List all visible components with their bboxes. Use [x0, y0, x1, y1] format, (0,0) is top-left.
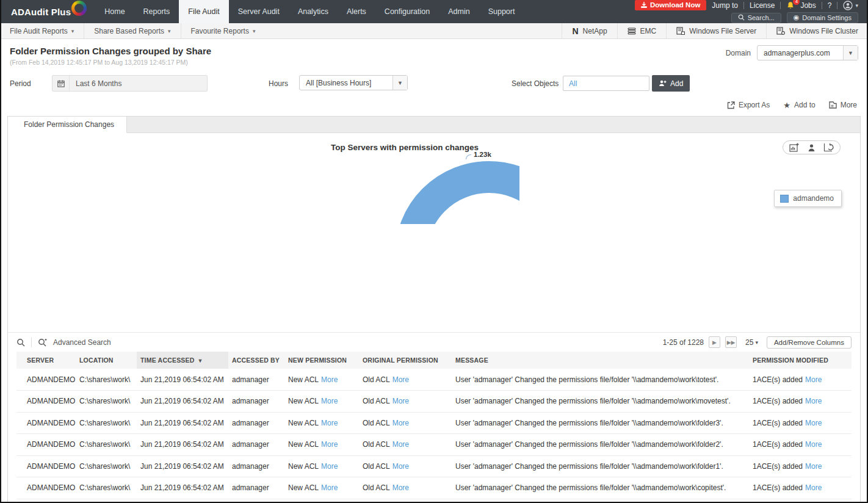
logo-swirl-icon — [71, 1, 87, 16]
new-acl-more-link[interactable]: More — [321, 419, 338, 427]
search-icon[interactable] — [16, 338, 25, 347]
table-toolbar: Advanced Search 1-25 of 1228 ▶ ▶▶ 25 ▾ A… — [8, 333, 860, 352]
top-users-icon[interactable] — [807, 143, 816, 152]
emc-link[interactable]: EMC — [617, 23, 667, 38]
old-acl-more-link[interactable]: More — [392, 440, 409, 449]
chevron-down-icon: ▾ — [168, 28, 171, 34]
nav-alerts[interactable]: Alerts — [338, 0, 375, 23]
nav-reports[interactable]: Reports — [134, 0, 179, 23]
period-input[interactable]: Last 6 Months — [52, 75, 208, 92]
add-remove-columns-button[interactable]: Add/Remove Columns — [767, 336, 852, 349]
user-menu[interactable]: ▾ — [843, 1, 858, 10]
table-row[interactable]: ADMANDEMO C:\shares\work\ Jun 21,2019 06… — [16, 455, 852, 477]
nav-analytics[interactable]: Analytics — [289, 0, 338, 23]
table-row[interactable]: ADMANDEMO C:\shares\work\ Jun 21,2019 06… — [16, 369, 852, 391]
export-as-button[interactable]: Export As — [727, 101, 770, 109]
download-now-button[interactable]: Download Now — [635, 0, 706, 10]
table-search: Advanced Search — [16, 338, 111, 347]
audit-table: SERVER LOCATION TIME ACCESSED▼ ACCESSED … — [16, 352, 852, 499]
col-new-permission[interactable]: NEW PERMISSION — [284, 352, 359, 369]
page-size-select[interactable]: 25 ▾ — [745, 338, 758, 347]
add-user-icon — [659, 80, 667, 87]
tab-folder-permission-changes[interactable]: Folder Permission Changes — [8, 117, 127, 133]
table-row[interactable]: ADMANDEMO C:\shares\work\ Jun 21,2019 06… — [16, 434, 852, 456]
add-to-favourites-button[interactable]: ★ Add to — [783, 101, 815, 110]
nav-admin[interactable]: Admin — [439, 0, 479, 23]
jobs-link[interactable]: Jobs — [800, 1, 816, 10]
add-chart-icon[interactable] — [789, 143, 800, 152]
calendar-icon[interactable] — [52, 76, 70, 91]
semi-donut-chart[interactable]: 1.23k — [395, 161, 519, 234]
donut-slice-admandemo[interactable] — [395, 161, 519, 224]
nav-server-audit[interactable]: Server Audit — [229, 0, 289, 23]
last-page-button[interactable]: ▶▶ — [725, 336, 737, 348]
select-objects-input[interactable]: All — [563, 76, 649, 91]
old-acl-more-link[interactable]: More — [392, 483, 409, 492]
new-acl-more-link[interactable]: More — [321, 375, 338, 384]
next-page-button[interactable]: ▶ — [709, 336, 720, 348]
chevron-down-icon: ▾ — [755, 339, 758, 346]
file-server-icon — [676, 27, 685, 35]
table-row[interactable]: ADMANDEMO C:\shares\work\ Jun 21,2019 06… — [16, 477, 852, 499]
chart-title: Top Servers with permission changes — [8, 143, 801, 152]
old-acl-more-link[interactable]: More — [392, 462, 409, 471]
advanced-search-link[interactable]: Advanced Search — [53, 338, 111, 347]
more-actions-button[interactable]: More — [829, 101, 857, 109]
col-time-accessed[interactable]: TIME ACCESSED▼ — [137, 352, 228, 369]
app-logo[interactable]: ADAudit Plus — [0, 0, 92, 23]
permission-more-link[interactable]: More — [805, 483, 822, 492]
domain-select[interactable]: admanagerplus.com ▼ — [757, 45, 858, 60]
chart-legend[interactable]: admandemo — [774, 190, 842, 207]
help-link[interactable]: ? — [828, 1, 832, 10]
advanced-search-icon[interactable] — [38, 338, 47, 347]
jump-to-link[interactable]: Jump to — [712, 1, 738, 10]
new-acl-more-link[interactable]: More — [321, 483, 338, 492]
share-based-reports-menu[interactable]: Share Based Reports▾ — [84, 23, 181, 38]
global-search-button[interactable]: Search... — [731, 13, 781, 23]
table-row[interactable]: ADMANDEMO C:\shares\work\ Jun 21,2019 06… — [16, 412, 852, 434]
nav-home[interactable]: Home — [95, 0, 134, 23]
col-message[interactable]: MESSAGE — [452, 352, 749, 369]
license-link[interactable]: License — [750, 1, 775, 10]
permission-more-link[interactable]: More — [805, 375, 822, 384]
permission-more-link[interactable]: More — [805, 419, 822, 427]
col-accessed-by[interactable]: ACCESSED BY — [228, 352, 284, 369]
col-original-permission[interactable]: ORIGINAL PERMISSION — [359, 352, 452, 369]
chart-point-label: 1.23k — [466, 151, 491, 158]
add-object-button[interactable]: Add — [652, 75, 690, 92]
chevron-down-icon: ▾ — [253, 28, 256, 34]
netapp-link[interactable]: N NetApp — [562, 23, 617, 38]
pagination: 1-25 of 1228 ▶ ▶▶ 25 ▾ Add/Remove Column… — [663, 336, 852, 349]
table-row[interactable]: ADMANDEMO C:\shares\work\ Jun 21,2019 06… — [16, 391, 852, 413]
nav-support[interactable]: Support — [479, 0, 524, 23]
notifications-bell-icon[interactable]: 4 — [786, 1, 795, 10]
refresh-chart-icon[interactable] — [823, 143, 834, 152]
favourite-reports-menu[interactable]: Favourite Reports▾ — [181, 23, 266, 38]
old-acl-more-link[interactable]: More — [392, 419, 409, 427]
divider — [780, 2, 781, 9]
gear-icon: ◉ — [794, 13, 800, 21]
hours-select[interactable]: All [Business Hours] ▼ — [299, 75, 408, 90]
nav-file-audit[interactable]: File Audit — [179, 0, 228, 23]
permission-more-link[interactable]: More — [805, 440, 822, 449]
table-header-row: SERVER LOCATION TIME ACCESSED▼ ACCESSED … — [16, 352, 852, 369]
nav-configuration[interactable]: Configuration — [375, 0, 439, 23]
old-acl-more-link[interactable]: More — [392, 397, 409, 405]
new-acl-more-link[interactable]: More — [321, 440, 338, 449]
pagination-range: 1-25 of 1228 — [663, 338, 704, 347]
new-acl-more-link[interactable]: More — [321, 397, 338, 405]
chevron-down-icon: ▾ — [71, 28, 74, 34]
permission-more-link[interactable]: More — [805, 462, 822, 471]
new-acl-more-link[interactable]: More — [321, 462, 338, 471]
col-permission-modified[interactable]: PERMISSION MODIFIED — [749, 352, 852, 369]
windows-file-cluster-link[interactable]: Windows File Cluster — [766, 23, 868, 38]
divider — [31, 338, 32, 347]
old-acl-more-link[interactable]: More — [392, 375, 409, 384]
permission-more-link[interactable]: More — [805, 397, 822, 405]
domain-settings-button[interactable]: ◉ Domain Settings — [787, 12, 858, 23]
col-server[interactable]: SERVER — [16, 352, 76, 369]
search-icon — [738, 14, 745, 21]
windows-file-server-link[interactable]: Windows File Server — [666, 23, 766, 38]
file-audit-reports-menu[interactable]: File Audit Reports▾ — [0, 23, 84, 38]
col-location[interactable]: LOCATION — [76, 352, 137, 369]
